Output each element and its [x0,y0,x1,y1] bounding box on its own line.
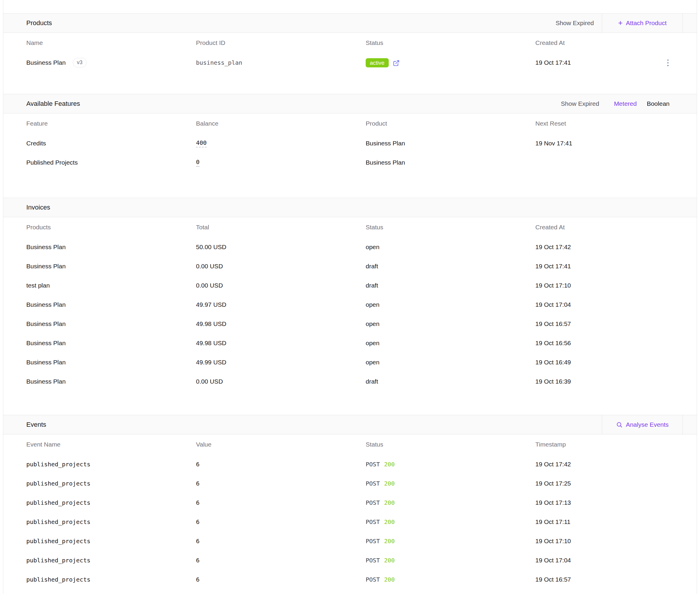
events-column-headers: Event Name Value Status Timestamp [3,434,697,455]
invoice-products: Business Plan [26,301,196,308]
event-status-code: 200 [384,537,395,544]
feature-row[interactable]: Published Projects 0 Business Plan [3,153,697,172]
event-timestamp: 19 Oct 17:11 [535,518,697,525]
event-row[interactable]: published_projects 6 POST 200 19 Oct 17:… [3,551,697,570]
event-value: 6 [196,537,366,544]
event-method: POST [366,576,380,583]
event-method: POST [366,499,380,506]
attach-product-button[interactable]: + Attach Product [602,13,683,33]
column-header-value: Value [196,441,366,448]
invoice-total: 49.99 USD [196,359,366,366]
invoice-total: 0.00 USD [196,263,366,270]
feature-balance[interactable]: 400 [196,139,206,147]
invoice-total: 0.00 USD [196,378,366,385]
event-method: POST [366,557,380,564]
invoices-header-bar: Invoices [3,198,697,217]
search-icon [616,421,623,428]
feature-next-reset: 19 Nov 17:41 [535,140,697,147]
event-name: published_projects [26,499,196,506]
invoice-total: 0.00 USD [196,282,366,289]
invoice-status: draft [366,378,535,385]
invoice-row[interactable]: Business Plan 49.99 USD open 19 Oct 16:4… [3,353,697,372]
event-value: 6 [196,480,366,487]
product-id: business_plan [196,59,366,66]
products-header-bar: Products Show Expired + Attach Product [3,13,697,33]
invoice-status: open [366,301,535,308]
event-timestamp: 19 Oct 17:04 [535,557,697,564]
event-row[interactable]: published_projects 6 POST 200 19 Oct 17:… [3,493,697,512]
event-name: published_projects [26,518,196,525]
product-row[interactable]: Business Plan v3 business_plan active [3,53,697,72]
events-title: Events [26,421,46,429]
invoice-row[interactable]: Business Plan 49.98 USD open 19 Oct 16:5… [3,333,697,353]
feature-balance[interactable]: 0 [196,158,199,167]
feature-product: Business Plan [366,140,535,147]
invoice-products: Business Plan [26,263,196,270]
event-name: published_projects [26,461,196,468]
invoice-created-at: 19 Oct 17:42 [535,243,697,251]
analyse-events-button[interactable]: Analyse Events [602,415,683,434]
invoice-status: open [366,320,535,327]
tab-boolean[interactable]: Boolean [647,100,670,107]
feature-name: Published Projects [26,159,196,166]
invoice-total: 49.98 USD [196,339,366,346]
invoice-status: draft [366,263,535,270]
event-status-code: 200 [384,576,395,583]
column-header-balance: Balance [196,120,366,127]
event-name: published_projects [26,576,196,583]
invoice-products: test plan [26,282,196,289]
column-header-event-name: Event Name [26,441,196,448]
column-header-total: Total [196,224,366,231]
column-header-status: Status [366,39,535,46]
invoice-row[interactable]: Business Plan 49.98 USD open 19 Oct 16:5… [3,314,697,333]
invoice-row[interactable]: Business Plan 50.00 USD open 19 Oct 17:4… [3,237,697,257]
feature-row[interactable]: Credits 400 Business Plan 19 Nov 17:41 [3,134,697,153]
kebab-menu-icon[interactable]: ⋮ [664,59,672,67]
invoice-created-at: 19 Oct 16:39 [535,378,697,385]
tab-metered[interactable]: Metered [614,100,637,107]
event-method: POST [366,461,380,468]
column-header-created-at: Created At [535,39,697,46]
event-name: published_projects [26,537,196,544]
event-status-code: 200 [384,557,395,564]
invoice-created-at: 19 Oct 16:56 [535,339,697,346]
event-row[interactable]: published_projects 6 POST 200 19 Oct 17:… [3,455,697,474]
invoice-status: draft [366,282,535,289]
products-column-headers: Name Product ID Status Created At [3,33,697,53]
column-header-product: Product [366,120,535,127]
event-row[interactable]: published_projects 6 POST 200 19 Oct 17:… [3,512,697,531]
invoice-products: Business Plan [26,320,196,327]
event-row[interactable]: published_projects 6 POST 200 19 Oct 16:… [3,570,697,589]
invoices-table-body: Business Plan 50.00 USD open 19 Oct 17:4… [3,237,697,415]
features-show-expired-toggle[interactable]: Show Expired [561,100,599,107]
product-version-badge: v3 [73,58,87,67]
invoice-row[interactable]: Business Plan 0.00 USD draft 19 Oct 17:4… [3,257,697,276]
event-value: 6 [196,518,366,525]
invoice-row[interactable]: test plan 0.00 USD draft 19 Oct 17:10 [3,276,697,295]
invoice-created-at: 19 Oct 17:04 [535,301,697,308]
products-section: Products Show Expired + Attach Product N… [3,13,697,94]
external-link-icon[interactable] [393,60,400,66]
event-row[interactable]: published_projects 6 POST 200 19 Oct 17:… [3,474,697,493]
invoice-row[interactable]: Business Plan 49.97 USD open 19 Oct 17:0… [3,295,697,314]
event-row[interactable]: published_projects 6 POST 200 19 Oct 17:… [3,531,697,551]
invoices-section: Invoices Products Total Status Created A… [3,198,697,415]
event-row[interactable]: published_projects 6 POST 200 19 Oct 16:… [3,589,697,594]
products-header-actions: Show Expired + Attach Product [555,13,697,33]
event-timestamp: 19 Oct 17:42 [535,461,697,468]
invoice-created-at: 19 Oct 16:57 [535,320,697,327]
event-timestamp: 19 Oct 17:13 [535,499,697,506]
invoice-total: 49.98 USD [196,320,366,327]
plus-icon: + [618,19,623,27]
feature-name: Credits [26,140,196,147]
header-bar-strip [683,415,697,434]
event-status-code: 200 [384,461,395,468]
event-value: 6 [196,499,366,506]
invoice-total: 49.97 USD [196,301,366,308]
events-table-body: published_projects 6 POST 200 19 Oct 17:… [3,455,697,594]
products-show-expired-toggle[interactable]: Show Expired [555,20,594,27]
features-title: Available Features [26,100,80,107]
invoice-row[interactable]: Business Plan 0.00 USD draft 19 Oct 16:3… [3,372,697,391]
column-header-status: Status [366,441,535,448]
product-status-badge: active [366,58,389,67]
